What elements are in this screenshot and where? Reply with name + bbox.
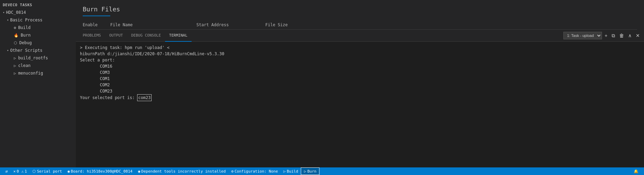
burn-label: Burn — [307, 169, 317, 174]
terminal-line: > Executing task: hpm run 'upload' < — [80, 45, 640, 51]
warning-count: 1 — [25, 169, 27, 174]
col-header-enable: Enable — [83, 22, 110, 27]
box-icon-clean: ▷ — [14, 64, 16, 68]
build-label: Build — [287, 169, 298, 174]
burn-files-panel: Burn Files Enable File Name Start Addres… — [76, 0, 644, 30]
other-scripts-label: Other Scripts — [10, 48, 42, 53]
error-icon: ✕ — [13, 169, 16, 174]
task-dropdown[interactable]: 1: Task - upload — [563, 32, 602, 39]
terminal-tabs-right: 1: Task - upload + ⧉ 🗑 ∧ ✕ — [563, 32, 641, 39]
col-header-filename: File Name — [110, 22, 196, 27]
sidebar-section-title: DEVECO TASKS — [0, 1, 76, 9]
status-right: 🔔 — [631, 169, 641, 174]
add-terminal-button[interactable]: + — [603, 32, 609, 39]
terminal-line: COM23 — [80, 88, 640, 94]
terminal-line: COM3 — [80, 69, 640, 76]
board-icon: ◉ — [68, 169, 70, 174]
tab-terminal[interactable]: TERMINAL — [165, 30, 192, 42]
status-notifications[interactable]: 🔔 — [631, 169, 641, 174]
board-label: Board: hi3518ev300@HDC_0814 — [71, 169, 133, 174]
sidebar-item-build-rootfs[interactable]: ▷ build_rootfs — [8, 54, 76, 62]
status-board[interactable]: ◉ Board: hi3518ev300@HDC_0814 — [65, 167, 135, 175]
maximize-panel-button[interactable]: ∧ — [627, 32, 633, 39]
tab-debug-console[interactable]: DEBUG CONSOLE — [127, 30, 165, 42]
sidebar-item-debug[interactable]: ⬡ Debug — [8, 39, 76, 47]
sidebar-item-clean[interactable]: ▷ clean — [8, 62, 76, 69]
terminal-tabs-bar: PROBLEMS OUTPUT DEBUG CONSOLE TERMINAL 1… — [76, 30, 644, 42]
sidebar-item-build[interactable]: ⚙ Build — [8, 24, 76, 31]
burn-files-header-row: Enable File Name Start Address File Size — [83, 20, 637, 30]
delete-terminal-button[interactable]: 🗑 — [618, 32, 625, 39]
chevron-down-icon-basic: ▾ — [7, 18, 9, 22]
bell-icon: 🔔 — [634, 169, 638, 174]
terminal-panel: PROBLEMS OUTPUT DEBUG CONSOLE TERMINAL 1… — [76, 30, 644, 167]
tab-output[interactable]: OUTPUT — [105, 30, 127, 42]
serial-port-label: Serial port — [37, 169, 62, 174]
tab-problems[interactable]: PROBLEMS — [79, 30, 105, 42]
burn-play-icon: ▷ — [304, 169, 306, 174]
basic-process-label: Basic Process — [10, 18, 42, 22]
debug-icon: ⬡ — [14, 41, 17, 45]
terminal-cursor: com23 — [137, 94, 152, 101]
burn-files-underline — [83, 16, 110, 16]
terminal-line: COM16 — [80, 63, 640, 69]
col-header-file-size: File Size — [265, 22, 334, 27]
hdc0814-label: HDC_0814 — [6, 10, 26, 15]
configuration-label: Configuration: None — [235, 169, 278, 174]
sidebar-item-menuconfig[interactable]: ▷ menuconfig — [8, 69, 76, 77]
status-burn[interactable]: ▷ Burn — [301, 167, 319, 175]
box-icon-build-rootfs: ▷ — [14, 56, 16, 60]
terminal-line: hiburnPath d:/jianshi/IDE/2020-07-18/HiB… — [80, 51, 640, 57]
sidebar-item-burn[interactable]: 🔥 Burn — [8, 31, 76, 39]
flame-icon: 🔥 — [14, 33, 19, 38]
box-icon-menuconfig: ▷ — [14, 71, 16, 76]
status-configuration[interactable]: ⚙ Configuration: None — [228, 167, 280, 175]
status-bar: ⇄ ✕ 0 ⚠ 1 ⬡ Serial port ◉ Board: hi3518e… — [0, 167, 644, 175]
terminal-line: Select a port: — [80, 57, 640, 63]
sidebar-group-hdc0814[interactable]: ▾ HDC_0814 — [0, 9, 76, 16]
config-icon: ⚙ — [231, 169, 234, 174]
sidebar-group-other-scripts[interactable]: ▾ Other Scripts — [4, 47, 76, 54]
status-remote[interactable]: ⇄ — [3, 167, 11, 175]
sidebar: DEVECO TASKS ▾ HDC_0814 ▾ Basic Process … — [0, 0, 76, 167]
terminal-line: Your selected port is: com23 — [80, 94, 640, 101]
terminal-line: COM1 — [80, 76, 640, 82]
status-dependent-tools[interactable]: ◉ Dependent tools incorrectly installed — [135, 167, 228, 175]
burn-files-title: Burn Files — [83, 6, 637, 13]
terminal-tabs-left: PROBLEMS OUTPUT DEBUG CONSOLE TERMINAL — [79, 30, 192, 42]
gear-icon: ⚙ — [14, 26, 16, 30]
terminal-content[interactable]: > Executing task: hpm run 'upload' <hibu… — [76, 42, 644, 167]
status-serial-port[interactable]: ⬡ Serial port — [30, 167, 65, 175]
status-errors[interactable]: ✕ 0 ⚠ 1 — [11, 167, 30, 175]
remote-icon: ⇄ — [6, 169, 8, 174]
dependent-tools-label: Dependent tools incorrectly installed — [141, 169, 226, 174]
split-terminal-button[interactable]: ⧉ — [610, 32, 616, 39]
main-content: Burn Files Enable File Name Start Addres… — [76, 0, 644, 167]
dependent-tools-icon: ◉ — [138, 169, 140, 174]
error-count: 0 — [17, 169, 19, 174]
col-header-start-address: Start Address — [196, 22, 265, 27]
build-play-icon: ▷ — [284, 169, 286, 174]
status-build[interactable]: ▷ Build — [281, 167, 301, 175]
warning-icon: ⚠ — [21, 169, 24, 174]
serial-port-icon: ⬡ — [32, 169, 36, 174]
chevron-down-icon-other: ▾ — [7, 49, 9, 52]
app-container: DEVECO TASKS ▾ HDC_0814 ▾ Basic Process … — [0, 0, 644, 167]
terminal-line: COM2 — [80, 82, 640, 88]
close-panel-button[interactable]: ✕ — [634, 32, 641, 39]
chevron-down-icon: ▾ — [3, 11, 4, 14]
sidebar-group-basic-process[interactable]: ▾ Basic Process — [4, 16, 76, 24]
